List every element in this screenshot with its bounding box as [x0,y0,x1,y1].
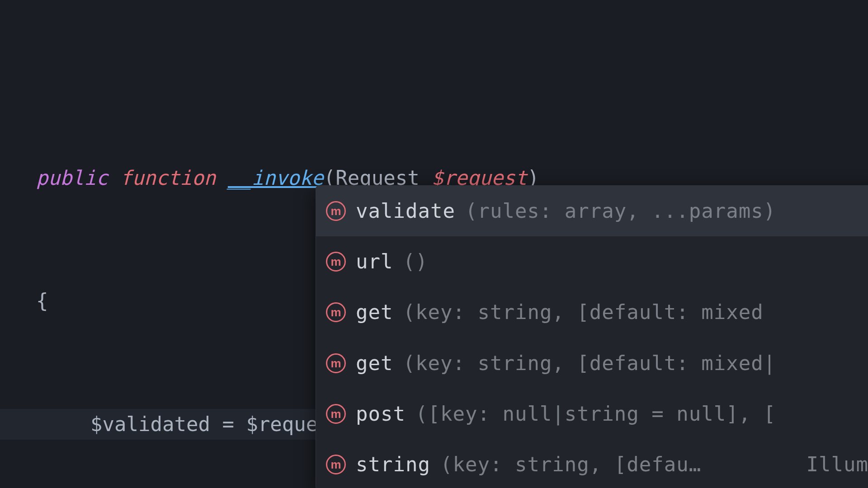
method-icon: m [326,455,346,474]
autocomplete-item[interactable]: m url() [316,236,868,287]
completion-name: get [356,348,393,379]
method-icon: m [326,302,346,322]
completion-params: ([key: null|string = null], [ [415,399,776,429]
method-icon: m [326,201,346,221]
completion-name: string [356,449,430,480]
completion-params: (rules: array, ...params) [465,196,776,226]
completion-hint: Illum [807,449,868,480]
completion-name: validate [356,196,455,226]
autocomplete-item[interactable]: m string(key: string, [defau… Illum [316,439,868,488]
function-name: __invoke [228,166,324,189]
method-icon: m [326,404,346,424]
local-var: $validated [90,413,210,436]
completion-params: (key: string, [default: mixed| [403,348,776,379]
completion-params: (key: string, [default: mixed [403,297,763,328]
completion-name: post [356,399,406,429]
completion-params: (key: string, [defau… [440,449,701,480]
completion-params: () [403,246,428,277]
autocomplete-item[interactable]: m get(key: string, [default: mixed| [316,338,868,389]
completion-name: get [356,297,393,328]
autocomplete-item[interactable]: m get(key: string, [default: mixed [316,287,868,338]
completion-name: url [356,246,393,277]
method-icon: m [326,353,346,373]
method-icon: m [326,252,346,272]
autocomplete-item[interactable]: m validate(rules: array, ...params) [316,186,868,236]
autocomplete-item[interactable]: m post([key: null|string = null], [ [316,389,868,439]
autocomplete-popup[interactable]: m validate(rules: array, ...params) m ur… [316,185,868,488]
keyword-function: function [120,166,216,189]
keyword-public: public [36,166,108,189]
